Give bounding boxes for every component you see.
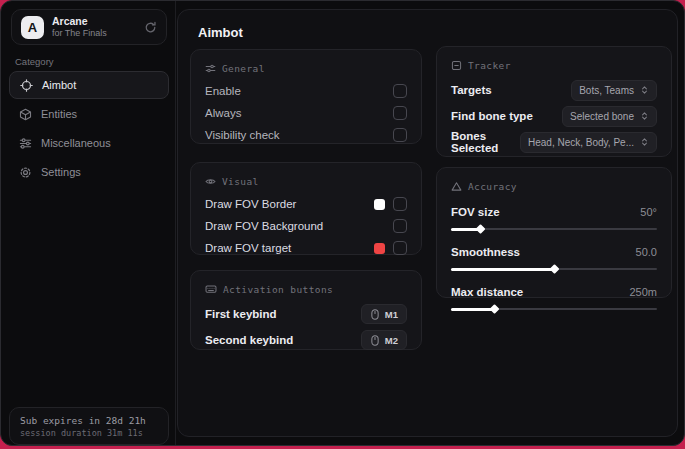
card-accuracy: Accuracy FOV size 50° Smoothness 50.0 xyxy=(436,167,672,298)
fov-border-checkbox[interactable] xyxy=(393,197,407,211)
setting-row-find-bone-type: Find bone type Selected bone xyxy=(451,103,657,129)
chevrons-up-down-icon xyxy=(640,85,649,95)
card-title: Activation buttons xyxy=(223,284,333,295)
fov-border-color-swatch[interactable] xyxy=(374,199,385,210)
refresh-icon[interactable] xyxy=(144,21,157,34)
app-window: A Arcane for The Finals Category xyxy=(0,0,685,446)
session-duration-text: session duration 31m 11s xyxy=(20,428,158,438)
bones-selected-select[interactable]: Head, Neck, Body, Pe... xyxy=(520,132,657,153)
slider-thumb[interactable] xyxy=(475,224,485,234)
fov-target-color-swatch[interactable] xyxy=(374,243,385,254)
slider-fill xyxy=(451,228,480,231)
setting-value: 250m xyxy=(629,286,657,298)
setting-row-always: Always xyxy=(205,102,407,124)
setting-label: Draw FOV Background xyxy=(205,220,323,232)
main-panel: Aimbot General Enable Always xyxy=(177,9,678,437)
mouse-icon xyxy=(370,309,380,320)
keybind-value: M2 xyxy=(385,335,398,346)
keyboard-icon xyxy=(205,283,217,295)
setting-label: Bones Selected xyxy=(451,130,520,154)
setting-row-fov-target: Draw FOV target xyxy=(205,237,407,259)
keybind-value: M1 xyxy=(385,309,398,320)
sub-expiry-text: Sub expires in 28d 21h xyxy=(20,415,158,426)
sidebar-item-label: Aimbot xyxy=(42,79,76,91)
app-subtitle: for The Finals xyxy=(52,28,107,39)
fov-size-slider[interactable] xyxy=(451,224,657,234)
setting-label: Draw FOV target xyxy=(205,242,291,254)
chevrons-up-down-icon xyxy=(640,111,649,121)
crosshair-icon xyxy=(20,79,33,92)
setting-label: Second keybind xyxy=(205,334,293,346)
select-value: Selected bone xyxy=(570,111,634,122)
sidebar-item-label: Miscellaneous xyxy=(41,137,111,149)
always-checkbox[interactable] xyxy=(393,106,407,120)
sidebar-item-entities[interactable]: Entities xyxy=(9,100,169,128)
select-value: Bots, Teams xyxy=(579,85,634,96)
triangle-icon xyxy=(451,181,462,192)
category-label: Category xyxy=(15,56,54,67)
first-keybind-button[interactable]: M1 xyxy=(361,304,407,324)
sidebar-item-miscellaneous[interactable]: Miscellaneous xyxy=(9,129,169,157)
card-title: Tracker xyxy=(468,60,511,71)
tracker-frame-icon xyxy=(451,60,462,71)
setting-row-visibility-check: Visibility check xyxy=(205,124,407,146)
setting-row-fov-background: Draw FOV Background xyxy=(205,215,407,237)
card-activation-buttons: Activation buttons First keybind M1 Seco… xyxy=(190,270,422,350)
slider-fill xyxy=(451,308,494,311)
chevrons-up-down-icon xyxy=(640,137,649,147)
targets-select[interactable]: Bots, Teams xyxy=(571,80,657,101)
setting-row-targets: Targets Bots, Teams xyxy=(451,77,657,103)
setting-label: Max distance xyxy=(451,286,523,298)
setting-row-max-distance: Max distance 250m xyxy=(451,282,657,302)
smoothness-slider[interactable] xyxy=(451,264,657,274)
second-keybind-button[interactable]: M2 xyxy=(361,330,407,350)
setting-label: Targets xyxy=(451,84,492,96)
subscription-info: Sub expires in 28d 21h session duration … xyxy=(9,407,169,445)
cube-icon xyxy=(19,108,32,121)
enable-checkbox[interactable] xyxy=(393,84,407,98)
setting-value: 50° xyxy=(640,206,657,218)
sidebar: A Arcane for The Finals Category xyxy=(1,1,176,445)
setting-row-bones-selected: Bones Selected Head, Neck, Body, Pe... xyxy=(451,129,657,155)
mouse-icon xyxy=(370,335,380,346)
sidebar-item-label: Settings xyxy=(41,166,81,178)
setting-label: First keybind xyxy=(205,308,277,320)
sidebar-item-aimbot[interactable]: Aimbot xyxy=(9,71,169,99)
setting-row-smoothness: Smoothness 50.0 xyxy=(451,242,657,262)
sidebar-item-label: Entities xyxy=(41,108,77,120)
setting-row-fov-border: Draw FOV Border xyxy=(205,193,407,215)
setting-value: 50.0 xyxy=(636,246,657,258)
card-title: Accuracy xyxy=(468,181,517,192)
card-title: General xyxy=(222,63,265,74)
card-tracker: Tracker Targets Bots, Teams Find bone ty… xyxy=(436,46,672,157)
setting-label: Always xyxy=(205,107,241,119)
fov-background-checkbox[interactable] xyxy=(393,219,407,233)
setting-row-first-keybind: First keybind M1 xyxy=(205,301,407,327)
setting-label: FOV size xyxy=(451,206,500,218)
card-general: General Enable Always Visibility check xyxy=(190,49,422,144)
sliders-horizontal-icon xyxy=(205,63,216,74)
slider-thumb[interactable] xyxy=(490,304,500,314)
setting-row-second-keybind: Second keybind M2 xyxy=(205,327,407,353)
card-title: Visual xyxy=(222,176,259,187)
page-title: Aimbot xyxy=(198,25,243,40)
setting-row-enable: Enable xyxy=(205,80,407,102)
setting-label: Visibility check xyxy=(205,129,280,141)
setting-label: Draw FOV Border xyxy=(205,198,296,210)
sliders-icon xyxy=(19,137,32,150)
slider-thumb[interactable] xyxy=(550,264,560,274)
setting-label: Find bone type xyxy=(451,110,533,122)
fov-target-checkbox[interactable] xyxy=(393,241,407,255)
sidebar-nav: Aimbot Entities xyxy=(9,71,169,186)
eye-icon xyxy=(205,176,216,187)
sidebar-item-settings[interactable]: Settings xyxy=(9,158,169,186)
gear-icon xyxy=(19,166,32,179)
app-name: Arcane xyxy=(52,15,107,28)
visibility-check-checkbox[interactable] xyxy=(393,128,407,142)
card-visual: Visual Draw FOV Border Draw FOV Backgrou… xyxy=(190,162,422,255)
setting-label: Smoothness xyxy=(451,246,520,258)
setting-label: Enable xyxy=(205,85,241,97)
max-distance-slider[interactable] xyxy=(451,304,657,314)
app-header: A Arcane for The Finals xyxy=(11,9,167,45)
find-bone-type-select[interactable]: Selected bone xyxy=(562,106,657,127)
